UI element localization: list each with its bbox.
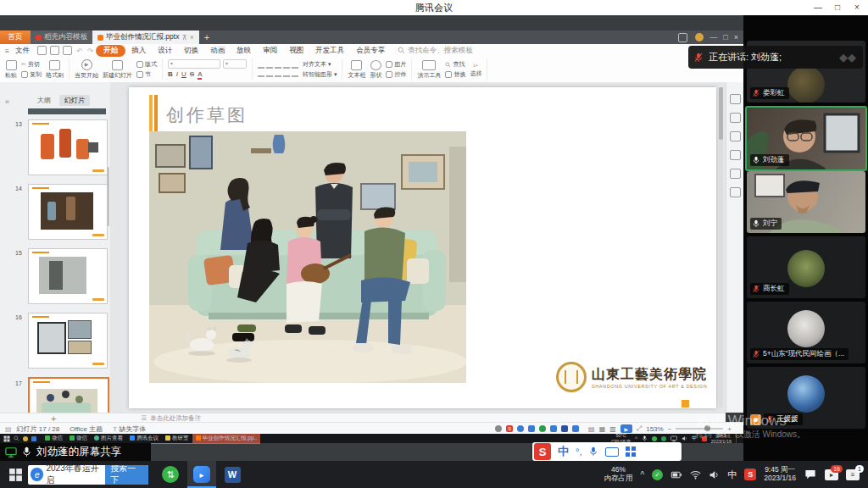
columns-icon[interactable] xyxy=(292,70,298,77)
slide-thumbnail-16[interactable] xyxy=(28,313,108,369)
font-color-button[interactable]: A xyxy=(198,70,202,80)
annotation-gear-icon[interactable] xyxy=(495,425,502,432)
view-sorter-icon[interactable]: ▦ xyxy=(599,425,606,433)
annotation-download-icon[interactable] xyxy=(550,425,557,432)
minimize-icon[interactable]: — xyxy=(812,3,824,13)
shared-task-meeting[interactable]: 腾讯会议 xyxy=(126,434,162,444)
menu-review[interactable]: 审阅 xyxy=(257,46,283,56)
tab-outline[interactable]: 大纲 xyxy=(32,95,56,106)
shared-tray-green1-icon[interactable] xyxy=(652,436,657,441)
menu-devtools[interactable]: 开发工具 xyxy=(309,46,350,56)
notes-placeholder[interactable]: 单击此处添加备注 xyxy=(150,414,201,423)
menu-design[interactable]: 设计 xyxy=(152,46,178,56)
indent-dec-icon[interactable] xyxy=(275,62,281,69)
shared-task-imageviewer[interactable]: 图片查看 xyxy=(91,434,126,444)
shared-task-folder[interactable]: 教研室 xyxy=(162,434,192,444)
action-center-icon[interactable]: ≡ 1 xyxy=(846,469,860,480)
taskbar-meeting-app[interactable]: ▸ xyxy=(187,461,216,488)
format-painter-button[interactable]: 格式刷 xyxy=(46,60,64,80)
undo-icon[interactable]: ↶ xyxy=(74,47,85,55)
view-normal-icon[interactable]: ▤ xyxy=(588,425,595,433)
annotation-move-icon[interactable] xyxy=(517,425,524,432)
participant-tile-speaking[interactable]: 刘劲蓬 xyxy=(745,106,867,171)
annotation-grid-icon[interactable] xyxy=(572,425,579,432)
tray-sogou-icon[interactable]: S xyxy=(744,469,756,480)
close-icon[interactable]: × xyxy=(851,3,863,13)
wps-tab-docer[interactable]: 稻壳内容模板 xyxy=(31,30,92,44)
tab-close-icon[interactable]: × xyxy=(190,33,194,42)
outline-panel-icon[interactable] xyxy=(730,150,741,160)
shared-tray-speaker-icon[interactable] xyxy=(682,435,687,441)
participant-tile[interactable]: 5+山东“现代民间绘画（... xyxy=(747,302,865,363)
shared-search-icon[interactable] xyxy=(14,435,19,441)
font-size-select[interactable]: ▾ xyxy=(223,59,247,69)
shared-tray-green2-icon[interactable] xyxy=(661,436,666,441)
shared-tray-mic-icon[interactable] xyxy=(642,435,648,441)
tray-chevron-icon[interactable]: ^ xyxy=(640,470,644,480)
bullets-icon[interactable] xyxy=(258,62,264,69)
taskbar-search-text[interactable]: 2023年春运开启 xyxy=(46,465,105,485)
pin-icon[interactable]: ⊼ xyxy=(181,33,186,42)
strike-button[interactable]: S xyxy=(190,70,194,78)
meeting-alert-icon[interactable]: ▸ 16 xyxy=(825,469,838,480)
props-panel-icon[interactable] xyxy=(730,94,741,104)
taskbar-word-app[interactable]: W xyxy=(220,461,245,488)
shared-tray-monitor-icon[interactable] xyxy=(670,435,677,442)
ime-toolbar[interactable]: S 中 °, xyxy=(532,442,682,461)
copy-button[interactable]: 复制 xyxy=(21,70,42,79)
zoom-level[interactable]: 153% xyxy=(646,425,663,433)
section-button[interactable]: 节 xyxy=(136,70,157,79)
to-smartart-button[interactable]: 转智能图形 ▾ xyxy=(303,70,337,79)
participant-tile[interactable]: 商长虹 xyxy=(747,236,865,298)
control-button[interactable]: 控件 xyxy=(386,70,406,79)
wps-restore-icon[interactable]: □ xyxy=(723,33,727,42)
align-center-icon[interactable] xyxy=(266,70,273,77)
slideshow-play-button[interactable]: ▶ xyxy=(620,424,632,433)
preview-icon[interactable] xyxy=(50,46,59,55)
find-button[interactable]: 查找 xyxy=(445,60,465,69)
start-button-icon[interactable] xyxy=(8,468,23,482)
fit-slide-icon[interactable]: ⤢ xyxy=(637,424,642,433)
tray-wifi-icon[interactable] xyxy=(690,469,701,480)
ime-mode[interactable]: 中 xyxy=(558,444,569,459)
select-button[interactable]: ▻选择 xyxy=(470,62,481,78)
selection-panel-icon[interactable] xyxy=(730,169,741,179)
ime-punct-icon[interactable]: °, xyxy=(576,446,581,457)
ime-mic-icon[interactable] xyxy=(588,446,598,457)
italic-button[interactable]: I xyxy=(176,70,178,78)
justify-icon[interactable] xyxy=(283,70,290,77)
ime-toolbox-icon[interactable] xyxy=(626,446,636,457)
taskbar-search[interactable]: e 2023年春运开启 搜索一下 xyxy=(28,465,148,485)
ime-keyboard-icon[interactable] xyxy=(605,447,619,457)
driver-tool-icon[interactable]: ⇅ xyxy=(162,466,179,483)
slide-thumbnail-15[interactable] xyxy=(28,248,108,304)
cut-button[interactable]: ✂剪切 xyxy=(21,60,42,69)
new-slide-button[interactable]: 新建幻灯片 xyxy=(103,60,132,80)
sogou-overlay-icon[interactable]: S xyxy=(506,425,513,432)
menu-home[interactable]: 开始 xyxy=(96,45,125,57)
menu-file[interactable]: 文件 xyxy=(9,46,36,56)
command-search-input[interactable]: 查找命令、搜索模板 xyxy=(408,46,473,56)
tray-battery-icon[interactable] xyxy=(670,469,682,480)
shared-app-icon[interactable] xyxy=(31,436,36,441)
zoom-out-icon[interactable]: − xyxy=(668,425,672,433)
slide-scrollbar[interactable] xyxy=(719,87,723,408)
menu-transition[interactable]: 切换 xyxy=(178,46,204,56)
sogou-logo-icon[interactable]: S xyxy=(534,443,551,460)
print-icon[interactable] xyxy=(63,46,72,55)
view-read-icon[interactable]: ▥ xyxy=(609,425,616,433)
comment-panel-icon[interactable] xyxy=(730,131,741,141)
menu-animation[interactable]: 动画 xyxy=(204,46,231,56)
paste-button[interactable]: 粘贴 xyxy=(5,60,17,80)
align-left-icon[interactable] xyxy=(258,70,264,77)
shared-chrome-icon[interactable] xyxy=(23,436,28,441)
annotation-pen-icon[interactable] xyxy=(528,425,535,432)
panel-scrollbar[interactable] xyxy=(107,167,109,226)
menu-view[interactable]: 视图 xyxy=(283,46,309,56)
participant-tile[interactable]: 刘宁 xyxy=(747,171,865,233)
clock[interactable]: 9:45 周一2023/1/16 xyxy=(764,466,796,483)
replace-button[interactable]: 替换 xyxy=(445,70,465,79)
numbering-icon[interactable] xyxy=(266,62,273,69)
align-right-icon[interactable] xyxy=(275,70,281,77)
maximize-icon[interactable]: □ xyxy=(832,3,843,13)
